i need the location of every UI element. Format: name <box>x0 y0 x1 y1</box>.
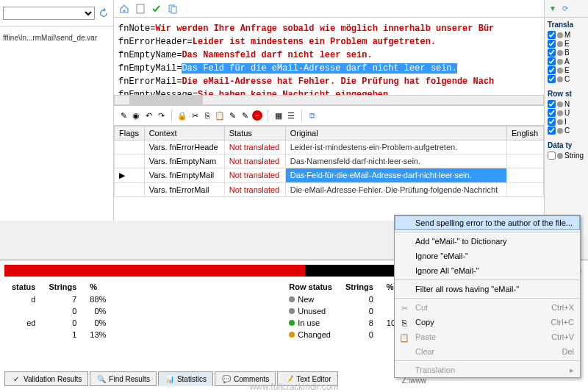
data-type-section-title: Data ty <box>548 141 585 149</box>
menu-item[interactable]: ⎘CopyCtrl+C <box>395 315 580 329</box>
menu-item[interactable]: Ignore All "eMail-" <box>395 263 580 278</box>
horizontal-scrollbar[interactable] <box>114 95 544 105</box>
doc-icon[interactable] <box>135 3 146 15</box>
svg-rect-0 <box>137 4 144 13</box>
grid-icon[interactable]: ▦ <box>273 110 284 121</box>
tab-text-editor[interactable]: 📝Text Editor <box>277 371 337 386</box>
column-header[interactable]: Flags <box>115 126 145 140</box>
globe-icon[interactable]: ◉ <box>131 110 141 121</box>
copy-icon: ⎘ <box>399 318 409 328</box>
table-row[interactable]: Vars. fnErrorHeadeNot translatedLeider·i… <box>115 140 544 154</box>
column-header[interactable]: Context <box>144 126 224 140</box>
paste-icon[interactable]: 📋 <box>215 110 225 121</box>
table-row[interactable]: Vars. fnEmptyNamNot translatedDas·Namens… <box>115 154 544 168</box>
code-line: fnNote=Wir werden Ihre Anfrage sobald wi… <box>118 22 539 35</box>
column-header[interactable]: Status <box>224 126 285 140</box>
bottom-tabs: ✓Validation Results🔍Find Results📊Statist… <box>4 371 338 386</box>
funnel-icon[interactable]: ▼ <box>548 4 558 14</box>
tab-statistics[interactable]: 📊Statistics <box>158 371 213 386</box>
filter-checkbox[interactable]: N <box>548 100 585 108</box>
stats-row: 00% <box>6 306 112 316</box>
filter-checkbox[interactable]: E <box>548 40 585 48</box>
code-line: fnEmptyMessage=Sie haben keine Nachricht… <box>118 88 539 95</box>
edit-icon[interactable]: ✎ <box>227 110 237 121</box>
copy-icon[interactable] <box>167 3 179 15</box>
left-panel: ffline\In...rmMail\send_de.var <box>0 0 114 221</box>
svg-rect-2 <box>171 7 176 13</box>
filter-checkbox[interactable]: String <box>548 152 585 160</box>
file-dropdown[interactable] <box>3 7 95 20</box>
file-path: ffline\In...rmMail\send_de.var <box>0 26 113 49</box>
column-header[interactable]: Original <box>285 126 506 140</box>
menu-item[interactable]: Add "eMail-" to Dictionary <box>395 234 580 249</box>
grid-toolbar: ✎ ◉ ↶ ↷ 🔒 ✂ ⎘ 📋 ✎ ✎ − ▦ ☰ ⧉ <box>114 105 544 126</box>
tab-find-results[interactable]: 🔍Find Results <box>90 371 157 386</box>
redo-icon[interactable]: ↷ <box>156 110 166 121</box>
menu-item[interactable]: Send spelling error to the author of the… <box>395 215 580 230</box>
cut-icon[interactable]: ✂ <box>190 110 200 121</box>
refresh-icon[interactable] <box>97 7 110 20</box>
row-status-section-title: Row st <box>548 90 585 98</box>
menu-item[interactable]: Ignore "eMail-" <box>395 249 580 263</box>
check-icon[interactable] <box>151 3 162 15</box>
list-icon[interactable]: ☰ <box>286 110 296 121</box>
code-line: fnErrorMail=Die eMail-Adresse hat Fehler… <box>118 75 539 88</box>
menu-item: 📋PasteCtrl+V <box>395 329 580 344</box>
edit2-icon[interactable]: ✎ <box>240 110 250 121</box>
menu-item[interactable]: Filter all rows having "eMail-" <box>395 282 580 296</box>
filter-checkbox[interactable]: U <box>548 109 585 117</box>
stats-row: d788% <box>6 294 112 304</box>
refresh2-icon[interactable]: ⟳ <box>560 4 570 14</box>
filter-checkbox[interactable]: M <box>548 31 585 39</box>
filter-checkbox[interactable]: E <box>548 66 585 74</box>
menu-item: Translation▸ <box>395 363 580 377</box>
copy2-icon[interactable]: ⎘ <box>202 110 212 121</box>
table-row[interactable]: Vars. fnErrorMailNot translatedDie·eMail… <box>115 183 544 197</box>
delete-icon[interactable]: − <box>252 110 262 121</box>
translation-grid: FlagsContextStatusOriginalEnglish Vars. … <box>114 126 544 197</box>
main-toolbar <box>114 0 544 18</box>
filter-checkbox[interactable]: C <box>548 126 585 135</box>
filter-checkbox[interactable]: C <box>548 75 585 83</box>
lock-icon[interactable]: 🔒 <box>177 110 187 121</box>
filter-checkbox[interactable]: B <box>548 49 585 57</box>
filter-panel: ▼ ⟳ Transla MEBAEC Row st NUIC Data ty S… <box>544 0 588 235</box>
translate-section-title: Transla <box>548 21 585 29</box>
stats-row: 113% <box>6 329 112 340</box>
stats-row: ed00% <box>6 318 112 328</box>
code-line: fnEmptyMail=Das Feld für die eMail-Adres… <box>118 62 539 75</box>
code-line: fnErrorHeader=Leider ist mindestens ein … <box>118 35 539 49</box>
cut-icon: ✂ <box>399 303 409 313</box>
undo-icon[interactable]: ↶ <box>143 110 154 121</box>
main-area: fnNote=Wir werden Ihre Anfrage sobald wi… <box>114 0 544 221</box>
table-row[interactable]: ▶Vars. fnEmptyMailNot translatedDas·Feld… <box>115 168 544 183</box>
menu-item: ✂CutCtrl+X <box>395 300 580 315</box>
tab-validation-results[interactable]: ✓Validation Results <box>4 371 88 386</box>
paste-icon: 📋 <box>399 332 409 343</box>
filter-checkbox[interactable]: A <box>548 57 585 65</box>
wand-icon[interactable]: ✎ <box>118 110 129 121</box>
filter-checkbox[interactable]: I <box>548 118 585 126</box>
context-menu: Send spelling error to the author of the… <box>394 215 581 378</box>
column-header[interactable]: English <box>506 126 543 140</box>
docs-icon[interactable]: ⧉ <box>307 110 318 121</box>
home-icon[interactable] <box>118 3 130 15</box>
tab-comments[interactable]: 💬Comments <box>215 371 276 386</box>
code-line: fnEmptyName=Das Namensfeld darf nicht le… <box>118 49 539 62</box>
menu-item: ClearDel <box>395 344 580 359</box>
code-view: fnNote=Wir werden Ihre Anfrage sobald wi… <box>114 18 544 95</box>
